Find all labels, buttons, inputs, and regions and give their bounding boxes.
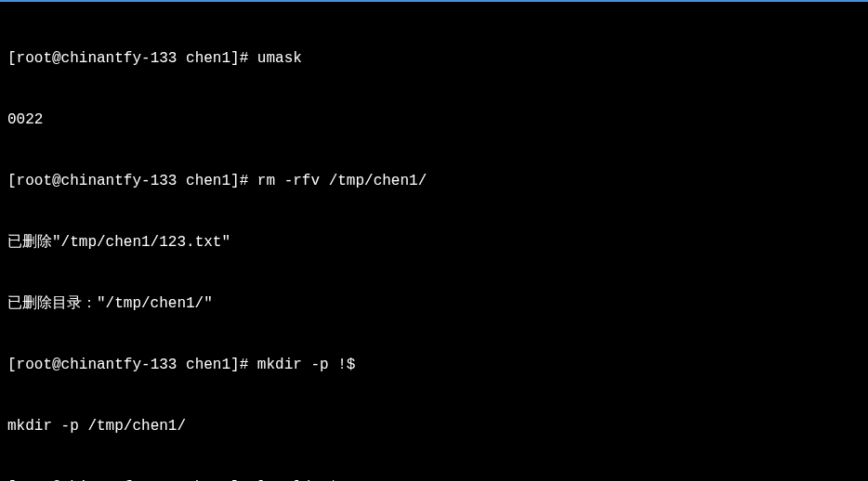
terminal-line: [root@chinantfy-133 chen1]# umask [7, 48, 861, 69]
shell-prompt: [root@chinantfy-133 chen1]# [7, 50, 257, 67]
command-text: umask [257, 50, 302, 67]
terminal-line: [root@chinantfy-133 chen1]# ls -ld !$ [7, 477, 861, 481]
terminal-output: 已删除目录："/tmp/chen1/" [7, 293, 861, 314]
terminal-output: mkdir -p /tmp/chen1/ [7, 416, 861, 436]
terminal-output: 0022 [7, 110, 861, 130]
shell-prompt: [root@chinantfy-133 chen1]# [7, 173, 257, 189]
command-text: mkdir -p !$ [257, 357, 356, 373]
terminal-line: [root@chinantfy-133 chen1]# mkdir -p !$ [7, 355, 861, 375]
shell-prompt: [root@chinantfy-133 chen1]# [7, 357, 257, 373]
terminal-line: [root@chinantfy-133 chen1]# rm -rfv /tmp… [7, 171, 861, 191]
command-text: rm -rfv /tmp/chen1/ [257, 173, 427, 189]
terminal-output: 已删除"/tmp/chen1/123.txt" [7, 232, 861, 253]
terminal-window[interactable]: [root@chinantfy-133 chen1]# umask 0022 [… [0, 2, 868, 481]
